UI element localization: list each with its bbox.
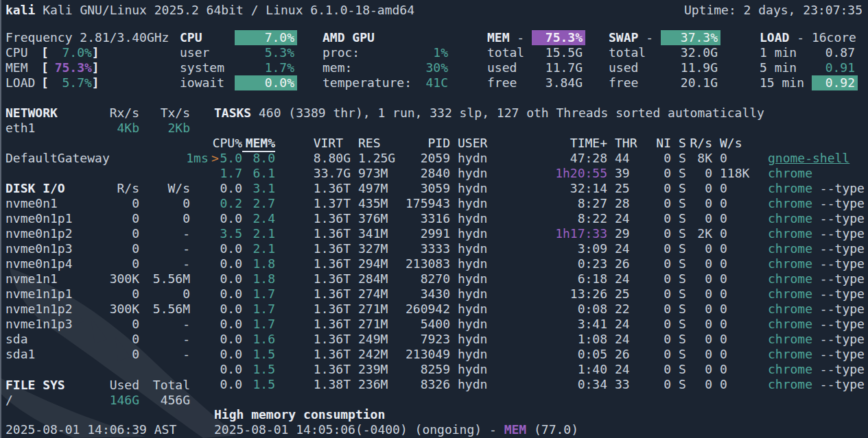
process-pid: 5400 [402,317,450,332]
column-header-ni[interactable]: NI [632,136,671,152]
process-row[interactable]: 0.0 2.4 1.36T 376M 3316 hydn 8:22 24 0 S… [211,211,868,226]
process-command-cell: chrome --type [758,347,868,362]
process-row[interactable]: 0.0 1.5 1.36T 239M 8259 hydn 1:40 24 0 S… [211,362,868,377]
load-15min-value: 0.92 [812,75,858,90]
column-header-time[interactable]: TIME+ [549,136,607,152]
process-res: 376M [351,211,402,226]
swap-used-value: 11.9G [681,60,720,75]
column-header-pid[interactable]: PID [402,136,450,152]
process-command-cell: chrome --type [758,256,868,271]
process-command: chrome [768,166,812,180]
process-nice: 0 [632,241,671,256]
process-command-cell: chrome --type [758,287,868,302]
disk-read-value: 0 [91,211,139,226]
process-write-rate: 118K [712,166,758,181]
selection-cursor [211,271,220,287]
swap-free-label: free [609,75,638,90]
process-table-header: CPU% MEM% VIRT RES PID USER TIME+ THR NI… [211,136,868,151]
process-state: S [671,226,689,241]
process-write-rate: 0 [712,377,758,392]
process-cpu: 0.0 [220,271,242,287]
process-row[interactable]: 0.0 1.7 1.36T 274M 3430 hydn 13:26 25 0 … [211,287,868,302]
process-virt: 8.80G [275,151,351,166]
process-threads: 25 [607,181,632,196]
fs-used-header: Used [91,378,139,393]
process-row[interactable]: 0.0 1.8 1.36T 294M 213083 hydn 0:23 26 0… [211,256,868,271]
process-row[interactable]: 0.2 2.7 1.37T 435M 175943 hydn 8:27 28 0… [211,196,868,211]
process-time: 13:26 [549,287,607,302]
process-cpu: 0.0 [220,332,242,347]
process-time: 0:23 [549,256,607,271]
process-write-rate: 0 [712,287,758,302]
mem-total-label: total [487,45,524,60]
disk-name: nvme0n1p2 [5,226,91,241]
bracket-open: [ [41,60,49,75]
process-virt: 1.36T [275,287,351,302]
process-row[interactable]: 0.0 1.7 1.36T 271M 260942 hydn 0:08 22 0… [211,302,868,317]
filesystem-header: FILE SYSUsedTotal [5,378,190,393]
fs-used-value: 146G [91,393,139,408]
process-read-rate: 0 [689,211,712,226]
disk-write-value: - [139,256,190,271]
process-user: hydn [450,377,549,392]
column-header-cpu[interactable]: CPU% [211,136,242,152]
process-state: S [671,287,689,302]
disk-name: nvme1n1p1 [5,287,91,302]
process-row[interactable]: 1.7 6.1 33.7G 973M 2840 hydn 1h20:55 39 … [211,166,868,181]
selection-cursor [211,332,220,347]
column-header-rs[interactable]: R/s [689,136,712,152]
disk-row: nvme1n1p30- [5,317,190,332]
quicklook-cpu-gauge: CPU[7.0%] [5,45,177,60]
process-row[interactable]: 0.0 1.5 1.36T 242M 213049 hydn 0:05 26 0… [211,347,868,362]
column-header-thr[interactable]: THR [607,136,632,152]
process-read-rate: 0 [689,377,712,392]
process-row[interactable]: 0.0 1.8 1.36T 284M 8270 hydn 6:18 24 0 S… [211,271,868,287]
process-row[interactable]: 0.0 1.6 1.36T 249M 7923 hydn 1:08 24 0 S… [211,332,868,347]
gpu-proc-label: proc: [322,45,360,60]
process-threads: 24 [607,362,632,377]
process-threads: 24 [607,241,632,256]
column-header-s[interactable]: S [671,136,689,152]
process-command-cell: chrome --type [758,377,868,392]
process-read-rate: 0 [689,256,712,271]
column-header-ws[interactable]: W/s [712,136,758,152]
disk-name: nvme0n1p4 [5,256,91,271]
process-pid: 3316 [402,211,450,226]
process-threads: 39 [607,166,632,181]
column-header-user[interactable]: USER [450,136,549,152]
process-virt: 1.38T [275,377,351,392]
process-row[interactable]: 0.0 2.1 1.36T 327M 3333 hydn 3:09 24 0 S… [211,241,868,256]
selection-cursor [211,362,220,377]
process-row[interactable]: 0.0 1.5 1.38T 236M 8326 hydn 0:34 33 0 S… [211,377,868,392]
column-header-virt[interactable]: VIRT [275,136,351,152]
column-header-mem-sorted[interactable]: MEM% [242,136,275,152]
process-nice: 0 [632,377,671,392]
process-pid: 213083 [402,256,450,271]
process-res: 249M [351,332,402,347]
disk-write-value: 0 [139,287,190,302]
process-row[interactable]: 0.0 3.1 1.36T 497M 3059 hydn 32:14 25 0 … [211,181,868,196]
process-pid: 8326 [402,377,450,392]
disk-write-value: - [139,317,190,332]
process-user: hydn [450,166,549,181]
process-table: > 5.0 8.0 8.80G 1.25G 2059 hydn 47:28 44… [211,151,868,392]
process-mem: 3.1 [242,181,275,196]
system-info-bar: kali Kali GNU/Linux 2025.2 64bit / Linux… [5,3,414,18]
os-version: Kali GNU/Linux 2025.2 64bit / Linux 6.1.… [35,3,414,17]
mem-total-value: 15.5G [546,45,585,60]
process-pid: 2059 [402,151,450,166]
load-dash: - [789,30,812,45]
process-mem: 2.1 [242,241,275,256]
load-core-count: 16core [812,30,856,45]
selection-cursor [211,196,220,211]
process-command: chrome [768,317,812,331]
process-row[interactable]: 0.0 1.7 1.36T 271M 5400 hydn 3:41 24 0 S… [211,317,868,332]
process-time: 0:05 [549,347,607,362]
process-row[interactable]: > 5.0 8.0 8.80G 1.25G 2059 hydn 47:28 44… [211,151,868,166]
process-nice: 0 [632,347,671,362]
process-args: --type [812,271,865,286]
column-header-res[interactable]: RES [351,136,402,152]
process-nice: 0 [632,196,671,211]
process-user: hydn [450,211,549,226]
process-row[interactable]: 3.5 2.1 1.36T 341M 2991 hydn 1h17:33 29 … [211,226,868,241]
